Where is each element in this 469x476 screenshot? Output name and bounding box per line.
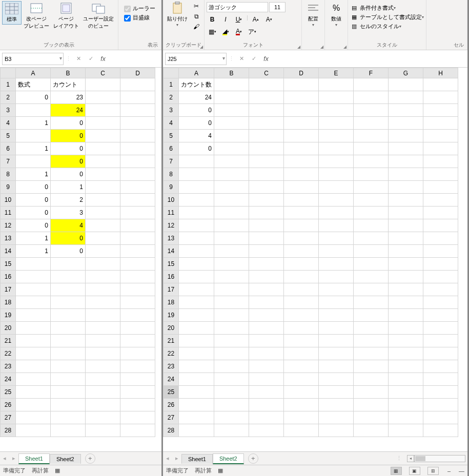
sheet-tab-2-right[interactable]: Sheet2 bbox=[213, 453, 244, 464]
row-header[interactable]: 28 bbox=[1, 424, 16, 437]
cell[interactable] bbox=[423, 168, 458, 181]
cell[interactable] bbox=[120, 206, 155, 219]
cell[interactable] bbox=[284, 91, 319, 104]
cell[interactable]: 23 bbox=[51, 91, 86, 104]
row-header[interactable]: 10 bbox=[164, 194, 179, 206]
cell[interactable] bbox=[319, 232, 354, 245]
view-pagebreak-status-button[interactable]: ⊞ bbox=[427, 467, 439, 475]
row-header[interactable]: 14 bbox=[164, 245, 179, 258]
row-header[interactable]: 11 bbox=[1, 206, 16, 219]
cell[interactable] bbox=[249, 219, 284, 232]
cancel-formula-button[interactable]: ✕ bbox=[236, 54, 247, 64]
cell[interactable] bbox=[319, 399, 354, 411]
cell[interactable] bbox=[389, 91, 423, 104]
cell[interactable] bbox=[389, 399, 423, 411]
cell[interactable] bbox=[86, 219, 120, 232]
cell[interactable]: 4 bbox=[51, 219, 86, 232]
cell[interactable] bbox=[354, 309, 389, 322]
sheet-tab-1-left[interactable]: Sheet1 bbox=[18, 453, 50, 464]
cell[interactable] bbox=[120, 168, 155, 181]
copy-button[interactable]: ⧉ bbox=[191, 11, 202, 22]
row-header[interactable]: 9 bbox=[1, 181, 16, 194]
cell[interactable] bbox=[319, 130, 354, 142]
cell[interactable] bbox=[86, 142, 120, 155]
hscrollbar[interactable] bbox=[414, 455, 465, 462]
cell[interactable] bbox=[120, 335, 155, 347]
cell[interactable] bbox=[319, 181, 354, 194]
cell[interactable] bbox=[423, 232, 458, 245]
align-launcher[interactable]: ◢ bbox=[320, 45, 323, 49]
cell[interactable] bbox=[51, 335, 86, 347]
cell[interactable] bbox=[179, 155, 214, 168]
cell[interactable] bbox=[16, 296, 51, 309]
row-header[interactable]: 23 bbox=[1, 360, 16, 373]
cell[interactable] bbox=[284, 411, 319, 424]
formula-input-left[interactable] bbox=[110, 53, 159, 65]
row-header[interactable]: 19 bbox=[164, 309, 179, 322]
cell[interactable] bbox=[86, 347, 120, 360]
col-header[interactable]: D bbox=[284, 68, 319, 78]
cell[interactable] bbox=[423, 219, 458, 232]
cell[interactable] bbox=[86, 245, 120, 258]
cell[interactable] bbox=[249, 78, 284, 91]
tab-prev-button[interactable]: ◂ bbox=[163, 455, 172, 462]
row-header[interactable]: 21 bbox=[164, 335, 179, 347]
cell[interactable] bbox=[249, 335, 284, 347]
cell[interactable] bbox=[120, 322, 155, 335]
cell[interactable] bbox=[284, 219, 319, 232]
cell[interactable] bbox=[354, 386, 389, 399]
cell[interactable] bbox=[423, 386, 458, 399]
cell[interactable]: 0 bbox=[179, 117, 214, 130]
cell[interactable] bbox=[423, 258, 458, 271]
cell[interactable] bbox=[249, 117, 284, 130]
row-header[interactable]: 18 bbox=[164, 296, 179, 309]
cell[interactable] bbox=[423, 104, 458, 117]
cell[interactable] bbox=[423, 271, 458, 283]
cell[interactable] bbox=[284, 360, 319, 373]
row-header[interactable]: 9 bbox=[164, 181, 179, 194]
cell[interactable] bbox=[214, 232, 249, 245]
cell[interactable] bbox=[249, 322, 284, 335]
cell[interactable] bbox=[249, 411, 284, 424]
bold-button[interactable]: B bbox=[207, 14, 218, 25]
col-header[interactable]: A bbox=[16, 68, 51, 78]
cell[interactable] bbox=[214, 296, 249, 309]
cell[interactable] bbox=[86, 117, 120, 130]
cell[interactable] bbox=[284, 245, 319, 258]
cell[interactable] bbox=[319, 386, 354, 399]
cell[interactable] bbox=[284, 130, 319, 142]
cell[interactable] bbox=[214, 117, 249, 130]
format-painter-button[interactable]: 🖌 bbox=[191, 22, 202, 32]
cell[interactable] bbox=[86, 335, 120, 347]
number-launcher[interactable]: ◢ bbox=[343, 45, 346, 49]
fx-button[interactable]: fx bbox=[98, 54, 108, 64]
fx-button[interactable]: fx bbox=[261, 54, 271, 64]
cell[interactable] bbox=[389, 309, 423, 322]
cell[interactable]: 0 bbox=[51, 155, 86, 168]
cell[interactable] bbox=[284, 322, 319, 335]
font-launcher[interactable]: ◢ bbox=[297, 45, 300, 49]
cell[interactable] bbox=[120, 78, 155, 91]
cell[interactable] bbox=[354, 424, 389, 437]
format-as-table-button[interactable]: ▦テーブルとして書式設定 ▾ bbox=[350, 13, 424, 21]
cell[interactable] bbox=[51, 424, 86, 437]
col-header[interactable]: B bbox=[214, 68, 249, 78]
formula-input-right[interactable] bbox=[273, 53, 465, 65]
cell[interactable] bbox=[284, 155, 319, 168]
cell[interactable] bbox=[319, 296, 354, 309]
row-header[interactable]: 25 bbox=[164, 386, 179, 399]
cell[interactable] bbox=[389, 335, 423, 347]
row-header[interactable]: 27 bbox=[1, 411, 16, 424]
cell[interactable] bbox=[319, 309, 354, 322]
col-header[interactable]: H bbox=[423, 68, 458, 78]
cell[interactable]: 1 bbox=[16, 142, 51, 155]
cell[interactable] bbox=[214, 360, 249, 373]
cell[interactable] bbox=[389, 283, 423, 296]
cell[interactable] bbox=[423, 181, 458, 194]
cell[interactable] bbox=[214, 386, 249, 399]
cell[interactable] bbox=[389, 155, 423, 168]
view-normal-status-button[interactable]: ▦ bbox=[391, 467, 402, 475]
cell[interactable] bbox=[389, 373, 423, 386]
font-color-button[interactable]: A▾ bbox=[233, 27, 244, 37]
row-header[interactable]: 2 bbox=[164, 91, 179, 104]
